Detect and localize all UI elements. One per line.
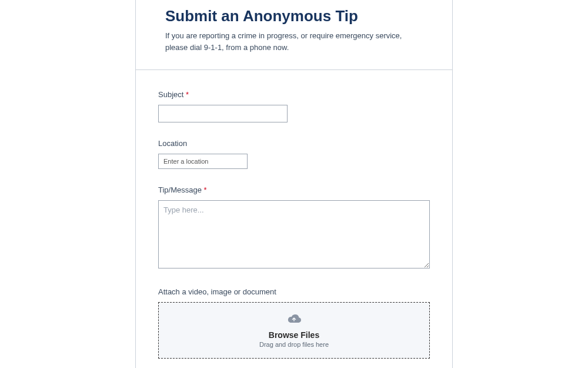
page-subtitle: If you are reporting a crime in progress… bbox=[165, 30, 423, 53]
message-textarea[interactable] bbox=[158, 200, 430, 268]
location-input[interactable] bbox=[158, 154, 248, 169]
cloud-upload-icon bbox=[286, 313, 302, 327]
message-label: Tip/Message * bbox=[158, 185, 430, 194]
message-field: Tip/Message * bbox=[158, 185, 430, 271]
drag-drop-hint: Drag and drop files here bbox=[259, 341, 329, 348]
location-label: Location bbox=[158, 139, 430, 148]
attach-label: Attach a video, image or document bbox=[158, 287, 430, 296]
browse-files-label: Browse Files bbox=[269, 330, 319, 340]
location-field: Location bbox=[158, 139, 430, 169]
attach-field: Attach a video, image or document Browse… bbox=[158, 287, 430, 359]
subject-label-text: Subject bbox=[158, 90, 183, 99]
subject-field: Subject * bbox=[158, 90, 430, 122]
form-body: Subject * Location Tip/Message * Attach … bbox=[136, 70, 452, 359]
form-header: Submit an Anonymous Tip If you are repor… bbox=[136, 0, 452, 70]
file-dropzone[interactable]: Browse Files Drag and drop files here bbox=[158, 302, 430, 359]
message-label-text: Tip/Message bbox=[158, 185, 202, 194]
page-title: Submit an Anonymous Tip bbox=[165, 7, 423, 25]
subject-input[interactable] bbox=[158, 105, 288, 122]
form-panel: Submit an Anonymous Tip If you are repor… bbox=[135, 0, 453, 368]
required-marker: * bbox=[204, 185, 207, 194]
required-marker: * bbox=[186, 90, 189, 99]
subject-label: Subject * bbox=[158, 90, 430, 99]
